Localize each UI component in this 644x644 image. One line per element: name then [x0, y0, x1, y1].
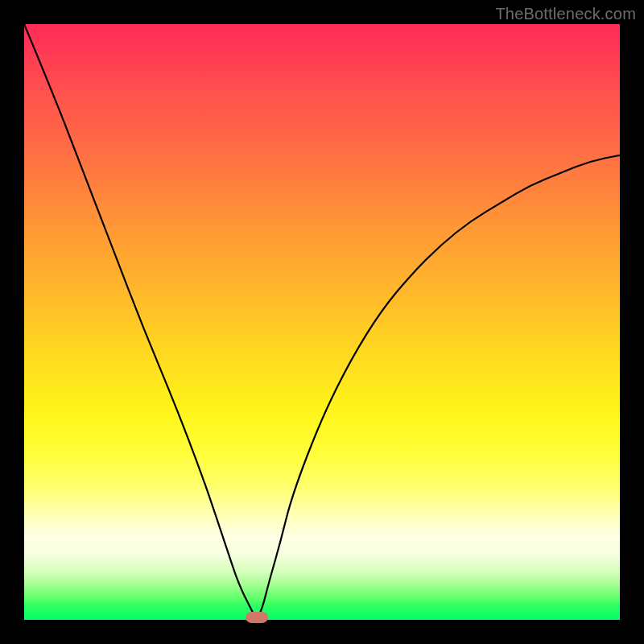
min-marker [246, 612, 268, 623]
watermark-text: TheBottleneck.com [495, 5, 636, 23]
bottleneck-curve-path [24, 24, 620, 617]
curve-svg [24, 24, 620, 620]
plot-area [24, 24, 620, 620]
chart-container: TheBottleneck.com [0, 0, 644, 644]
